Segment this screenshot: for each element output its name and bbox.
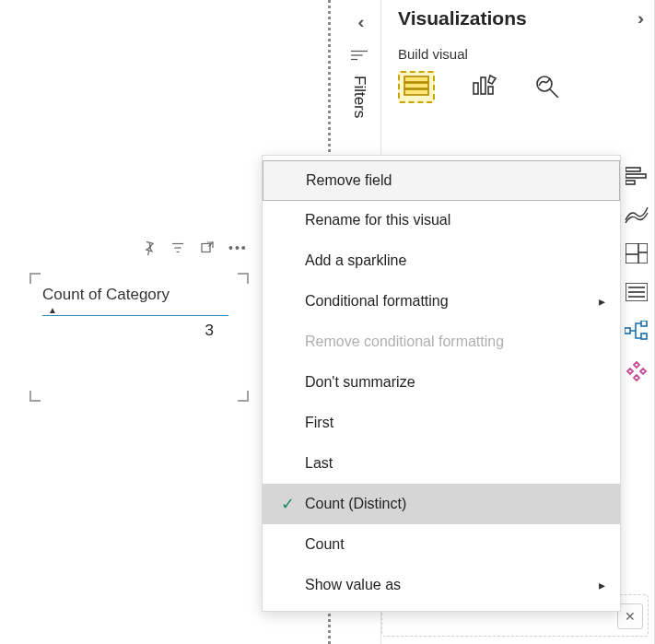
svg-line-4 bbox=[209, 242, 214, 247]
remove-field-x-button[interactable]: ✕ bbox=[617, 603, 643, 629]
menu-item-label: Count (Distinct) bbox=[305, 496, 406, 512]
menu-item-label: Don't summarize bbox=[305, 374, 415, 391]
svg-line-15 bbox=[550, 89, 558, 98]
svg-rect-29 bbox=[641, 334, 647, 339]
pane-subtitle: Build visual bbox=[398, 46, 645, 62]
table-visual[interactable]: ••• Count of Category ▲ 3 bbox=[29, 273, 249, 402]
svg-rect-13 bbox=[488, 87, 493, 94]
menu-item-label: Remove conditional formatting bbox=[305, 334, 504, 350]
svg-rect-12 bbox=[481, 77, 485, 94]
checkmark-icon: ✓ bbox=[270, 494, 305, 514]
menu-item[interactable]: Show value as▸ bbox=[263, 565, 620, 605]
svg-rect-17 bbox=[626, 174, 646, 178]
stacked-bar-icon[interactable] bbox=[626, 166, 648, 189]
svg-rect-27 bbox=[625, 328, 630, 334]
menu-item-label: Add a sparkline bbox=[305, 252, 406, 269]
svg-rect-10 bbox=[404, 89, 428, 95]
filter-icon[interactable] bbox=[170, 240, 186, 256]
menu-item[interactable]: First bbox=[263, 403, 620, 443]
filters-icon bbox=[351, 49, 368, 64]
filters-pane-label: Filters bbox=[350, 76, 368, 118]
format-tab-icon[interactable] bbox=[472, 74, 497, 100]
more-options-icon[interactable]: ••• bbox=[228, 240, 248, 255]
menu-item[interactable]: Conditional formatting▸ bbox=[263, 281, 620, 322]
svg-rect-9 bbox=[404, 83, 428, 88]
submenu-arrow-icon: ▸ bbox=[599, 578, 605, 592]
menu-item-label: Last bbox=[305, 455, 333, 472]
menu-item-label: Show value as bbox=[305, 577, 401, 593]
svg-rect-28 bbox=[641, 321, 647, 326]
menu-item[interactable]: Don't summarize bbox=[263, 362, 620, 403]
expand-pane-icon[interactable]: ›› bbox=[637, 9, 639, 29]
submenu-arrow-icon: ▸ bbox=[599, 294, 605, 309]
visual-floating-toolbar: ••• bbox=[140, 240, 248, 256]
table-column-header[interactable]: Count of Category bbox=[42, 286, 236, 306]
table-content: Count of Category ▲ 3 bbox=[39, 282, 240, 392]
analytics-tab-icon[interactable] bbox=[534, 74, 562, 100]
svg-rect-18 bbox=[626, 181, 635, 184]
custom-visual-icon[interactable] bbox=[626, 360, 648, 385]
sort-ascending-icon[interactable]: ▲ bbox=[42, 306, 236, 315]
menu-item: Remove conditional formatting bbox=[263, 322, 620, 362]
menu-item-label: Rename for this visual bbox=[305, 212, 450, 228]
menu-item[interactable]: Last bbox=[263, 443, 620, 484]
svg-rect-19 bbox=[626, 243, 648, 263]
menu-item[interactable]: Count bbox=[263, 524, 620, 565]
svg-rect-8 bbox=[404, 76, 428, 82]
build-visual-tabs bbox=[398, 71, 645, 103]
header-underline bbox=[42, 315, 228, 316]
fields-tab-icon[interactable] bbox=[398, 71, 435, 103]
pane-title: Visualizations bbox=[398, 7, 527, 29]
card-icon[interactable] bbox=[626, 283, 648, 304]
menu-item[interactable]: Rename for this visual bbox=[263, 200, 620, 240]
field-context-menu: Remove fieldRename for this visualAdd a … bbox=[262, 155, 621, 612]
menu-item[interactable]: Remove field bbox=[263, 160, 620, 201]
ribbon-chart-icon[interactable] bbox=[625, 205, 649, 227]
collapse-left-icon[interactable]: ‹‹ bbox=[358, 13, 360, 32]
menu-item[interactable]: Add a sparkline bbox=[263, 240, 620, 281]
table-cell-value: 3 bbox=[42, 322, 236, 340]
visual-gallery-strip bbox=[619, 166, 654, 385]
menu-item[interactable]: ✓Count (Distinct) bbox=[263, 484, 620, 524]
menu-item-label: Remove field bbox=[306, 172, 392, 189]
svg-rect-11 bbox=[474, 83, 478, 94]
menu-item-label: Count bbox=[305, 536, 345, 553]
menu-item-label: First bbox=[305, 415, 333, 431]
focus-mode-icon[interactable] bbox=[199, 240, 216, 256]
svg-rect-16 bbox=[626, 168, 640, 171]
menu-item-label: Conditional formatting bbox=[305, 293, 449, 310]
treemap-icon[interactable] bbox=[626, 243, 648, 266]
pin-icon[interactable] bbox=[140, 240, 157, 256]
svg-rect-3 bbox=[202, 244, 210, 252]
decomposition-tree-icon[interactable] bbox=[625, 321, 649, 344]
